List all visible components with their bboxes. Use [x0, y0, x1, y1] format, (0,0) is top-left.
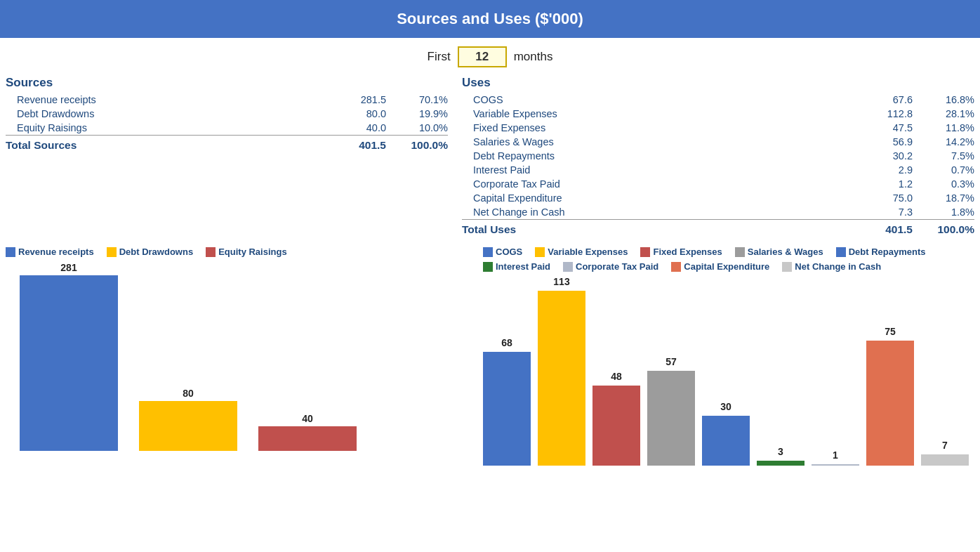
- uses-total-value: 401.5: [862, 223, 918, 236]
- row-label: Interest Paid: [473, 164, 862, 176]
- row-pct: 11.8%: [918, 122, 974, 133]
- legend-label: Capital Expenditure: [684, 261, 769, 272]
- bar: [866, 341, 914, 466]
- bar-group: 68: [483, 276, 531, 466]
- legend-label: Revenue receipts: [18, 247, 94, 257]
- legend-item: Corporate Tax Paid: [563, 261, 658, 272]
- uses-row: Debt Repayments 30.2 7.5%: [462, 149, 974, 163]
- uses-total-pct: 100.0%: [918, 223, 974, 236]
- bar-label: 75: [885, 326, 896, 337]
- sources-row: Equity Raisings 40.0 10.0%: [6, 121, 448, 135]
- bar: [538, 291, 585, 466]
- bar-chart-right: 68 113 48 57 30 3 1 75 7: [483, 276, 974, 466]
- legend-color-box: [836, 247, 846, 257]
- legend-color-box: [535, 247, 545, 257]
- bar: [592, 386, 640, 466]
- legend-color-box: [483, 262, 493, 272]
- uses-rows: COGS 67.6 16.8%Variable Expenses 112.8 2…: [462, 93, 974, 219]
- uses-row: Corporate Tax Paid 1.2 0.3%: [462, 177, 974, 191]
- uses-row: Interest Paid 2.9 0.7%: [462, 163, 974, 177]
- legend-item: Revenue receipts: [6, 247, 94, 257]
- sources-row: Revenue receipts 281.5 70.1%: [6, 93, 448, 107]
- row-value: 40.0: [336, 122, 392, 133]
- row-pct: 14.2%: [918, 136, 974, 147]
- row-pct: 1.8%: [918, 206, 974, 218]
- sources-total-pct: 100.0%: [392, 139, 448, 152]
- legend-label: COGS: [496, 247, 522, 257]
- bar: [20, 275, 118, 451]
- uses-row: COGS 67.6 16.8%: [462, 93, 974, 107]
- row-pct: 19.9%: [392, 108, 448, 119]
- months-row: First months: [0, 38, 980, 73]
- page-title: Sources and Uses ($'000): [0, 0, 980, 38]
- row-pct: 16.8%: [918, 94, 974, 105]
- row-value: 75.0: [862, 192, 918, 204]
- uses-row: Capital Expenditure 75.0 18.7%: [462, 191, 974, 205]
- legend-color-box: [640, 247, 650, 257]
- bar-label: 7: [942, 440, 948, 451]
- bar-label: 80: [183, 388, 194, 399]
- bar-label: 48: [611, 371, 622, 382]
- legend-item: Equity Raisings: [206, 247, 287, 257]
- bar-label: 1: [833, 449, 838, 461]
- row-label: Salaries & Wages: [473, 136, 862, 147]
- legend-color-box: [671, 262, 681, 272]
- bar-group: 113: [538, 276, 585, 466]
- row-label: Capital Expenditure: [473, 192, 862, 204]
- months-suffix: months: [514, 50, 553, 64]
- uses-row: Variable Expenses 112.8 28.1%: [462, 107, 974, 121]
- bar-group: 48: [592, 276, 640, 466]
- row-value: 47.5: [862, 122, 918, 133]
- row-pct: 7.5%: [918, 150, 974, 162]
- bar-group: 3: [757, 276, 804, 466]
- legend-color-box: [6, 247, 15, 257]
- bar-label: 68: [501, 337, 512, 348]
- bar: [757, 461, 804, 466]
- bar: [258, 426, 357, 451]
- uses-row: Net Change in Cash 7.3 1.8%: [462, 205, 974, 219]
- legend-item: COGS: [483, 247, 522, 257]
- uses-total-row: Total Uses 401.5 100.0%: [462, 219, 974, 239]
- bar-label: 30: [720, 401, 731, 412]
- chart-left: Revenue receiptsDebt DrawdownsEquity Rai…: [6, 247, 483, 466]
- row-label: Corporate Tax Paid: [473, 178, 862, 190]
- bar-label: 281: [60, 262, 77, 273]
- legend-color-box: [483, 247, 493, 257]
- legend-label: Interest Paid: [496, 261, 550, 272]
- row-pct: 70.1%: [392, 94, 448, 105]
- bar: [921, 454, 969, 466]
- row-value: 30.2: [862, 150, 918, 162]
- legend-color-box: [782, 262, 792, 272]
- row-label: Debt Repayments: [473, 150, 862, 162]
- bar-group: 40: [258, 261, 357, 451]
- legend-label: Corporate Tax Paid: [576, 261, 658, 272]
- bar-group: 30: [702, 276, 750, 466]
- legend-item: Fixed Expenses: [640, 247, 722, 257]
- legend-right: COGSVariable ExpensesFixed ExpensesSalar…: [483, 247, 974, 272]
- uses-total-label: Total Uses: [462, 223, 862, 236]
- legend-item: Salaries & Wages: [735, 247, 823, 257]
- sources-row: Debt Drawdowns 80.0 19.9%: [6, 107, 448, 121]
- row-value: 56.9: [862, 136, 918, 147]
- bar-group: 57: [647, 276, 695, 466]
- bar-label: 3: [778, 446, 783, 457]
- sources-total-label: Total Sources: [6, 139, 336, 152]
- bar-chart-left: 281 80 40: [6, 261, 483, 451]
- row-value: 1.2: [862, 178, 918, 190]
- legend-label: Fixed Expenses: [653, 247, 722, 257]
- uses-row: Salaries & Wages 56.9 14.2%: [462, 135, 974, 149]
- bar: [483, 352, 531, 466]
- months-input[interactable]: [458, 46, 507, 67]
- bar: [647, 371, 695, 466]
- bar-label: 40: [302, 413, 313, 424]
- row-value: 281.5: [336, 94, 392, 105]
- legend-color-box: [563, 262, 573, 272]
- charts-section: Revenue receiptsDebt DrawdownsEquity Rai…: [0, 239, 980, 466]
- bar-group: 7: [921, 276, 969, 466]
- row-pct: 28.1%: [918, 108, 974, 119]
- sources-column: Sources Revenue receipts 281.5 70.1%Debt…: [6, 73, 455, 239]
- row-value: 7.3: [862, 206, 918, 218]
- legend-item: Net Change in Cash: [782, 261, 881, 272]
- row-label: Net Change in Cash: [473, 206, 862, 218]
- table-section: Sources Revenue receipts 281.5 70.1%Debt…: [0, 73, 980, 239]
